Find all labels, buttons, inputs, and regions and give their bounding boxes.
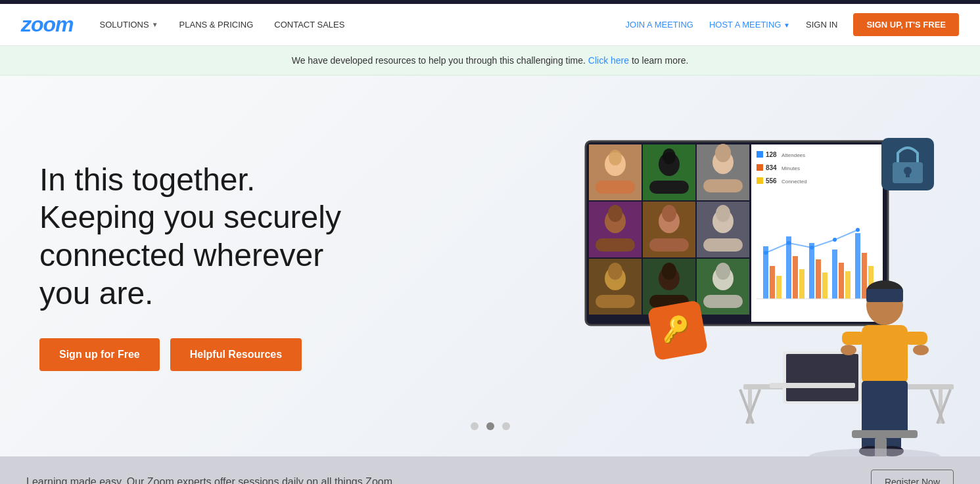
svg-rect-12 [703, 179, 743, 192]
carousel-dot-1[interactable] [471, 422, 478, 430]
svg-text:834: 834 [766, 164, 777, 171]
hero-buttons: Sign up for Free Helpful Resources [39, 338, 368, 371]
svg-rect-36 [703, 295, 743, 308]
svg-point-64 [810, 246, 814, 250]
nav-right: JOIN A MEETING HOST A MEETING ▼ SIGN IN … [626, 13, 959, 36]
hero-illustration: 128 Attendees 834 Minutes 556 Connected [520, 76, 980, 456]
signup-free-button[interactable]: Sign up for Free [39, 338, 160, 371]
svg-point-3 [609, 150, 622, 165]
register-now-button[interactable]: Register Now [871, 470, 954, 484]
svg-rect-38 [757, 151, 763, 158]
solutions-dropdown-arrow: ▼ [152, 21, 158, 28]
svg-rect-88 [842, 332, 865, 345]
svg-rect-52 [799, 269, 805, 299]
hero-section: In this together. Keeping you securely c… [0, 76, 980, 456]
svg-point-91 [913, 345, 929, 355]
svg-point-62 [764, 251, 768, 255]
svg-point-99 [809, 449, 941, 456]
nav-links: SOLUTIONS ▼ PLANS & PRICING CONTACT SALE… [100, 20, 626, 30]
svg-rect-51 [793, 256, 798, 299]
join-meeting-link[interactable]: JOIN A MEETING [626, 20, 693, 30]
svg-point-7 [663, 148, 676, 164]
announcement-text-before: We have developed resources to help you … [292, 55, 586, 66]
svg-rect-41 [757, 164, 763, 171]
svg-text:🔑: 🔑 [659, 313, 693, 345]
svg-rect-83 [770, 383, 855, 388]
navbar-logo[interactable]: zoom [21, 12, 74, 37]
nav-solutions[interactable]: SOLUTIONS ▼ [100, 20, 158, 30]
svg-point-66 [856, 228, 860, 232]
svg-rect-48 [770, 266, 775, 299]
svg-text:Connected: Connected [782, 179, 807, 185]
svg-text:Attendees: Attendees [782, 152, 805, 158]
zoom-logo-text: zoom [21, 12, 74, 36]
carousel-dots [471, 422, 510, 430]
svg-rect-50 [786, 236, 791, 299]
carousel-dot-3[interactable] [502, 422, 510, 430]
svg-rect-24 [703, 238, 743, 252]
hero-illustration-svg: 128 Attendees 834 Minutes 556 Connected [546, 128, 980, 456]
svg-rect-20 [649, 238, 689, 252]
svg-rect-58 [845, 271, 851, 299]
svg-rect-44 [757, 177, 763, 184]
announcement-banner: We have developed resources to help you … [0, 46, 980, 76]
navbar: zoom SOLUTIONS ▼ PLANS & PRICING CONTACT… [0, 4, 980, 46]
host-dropdown-arrow: ▼ [783, 22, 790, 29]
svg-point-11 [715, 144, 731, 162]
svg-point-63 [787, 241, 791, 245]
svg-rect-57 [839, 263, 844, 299]
svg-rect-54 [816, 259, 821, 299]
svg-rect-87 [866, 289, 903, 302]
svg-rect-73 [906, 171, 910, 177]
svg-rect-16 [595, 238, 635, 252]
svg-point-65 [833, 238, 837, 242]
svg-rect-89 [904, 332, 927, 345]
nav-contact-sales[interactable]: CONTACT SALES [274, 20, 344, 30]
announcement-link[interactable]: Click here [588, 55, 632, 66]
svg-rect-55 [822, 273, 828, 299]
svg-point-35 [716, 263, 730, 280]
host-meeting-link[interactable]: HOST A MEETING ▼ [709, 20, 790, 30]
svg-rect-97 [852, 430, 918, 438]
svg-point-23 [716, 205, 730, 222]
svg-rect-82 [786, 354, 858, 401]
nav-plans-pricing[interactable]: PLANS & PRICING [179, 20, 254, 30]
svg-rect-49 [776, 276, 782, 299]
hero-content: In this together. Keeping you securely c… [39, 161, 368, 371]
svg-rect-84 [862, 325, 908, 384]
footer-banner: Learning made easy. Our Zoom experts off… [0, 456, 980, 484]
hero-title: In this together. Keeping you securely c… [39, 161, 368, 312]
footer-banner-text: Learning made easy. Our Zoom experts off… [26, 476, 395, 484]
svg-text:Minutes: Minutes [782, 165, 800, 171]
svg-point-31 [662, 263, 676, 280]
svg-rect-59 [855, 233, 860, 299]
svg-text:556: 556 [766, 177, 777, 185]
svg-rect-28 [595, 295, 635, 308]
svg-point-27 [608, 263, 622, 280]
announcement-text-after: to learn more. [632, 55, 688, 66]
helpful-resources-button[interactable]: Helpful Resources [170, 338, 302, 371]
svg-rect-8 [649, 181, 689, 194]
svg-rect-53 [809, 243, 814, 299]
sign-in-link[interactable]: SIGN IN [806, 20, 837, 30]
svg-point-15 [608, 205, 622, 222]
carousel-dot-2[interactable] [486, 422, 494, 430]
svg-text:128: 128 [766, 151, 777, 158]
svg-point-90 [841, 345, 856, 355]
svg-rect-56 [832, 250, 837, 299]
svg-rect-60 [862, 253, 867, 299]
svg-rect-4 [595, 181, 635, 194]
signup-button[interactable]: SIGN UP, IT'S FREE [853, 13, 959, 36]
svg-point-19 [662, 205, 676, 222]
